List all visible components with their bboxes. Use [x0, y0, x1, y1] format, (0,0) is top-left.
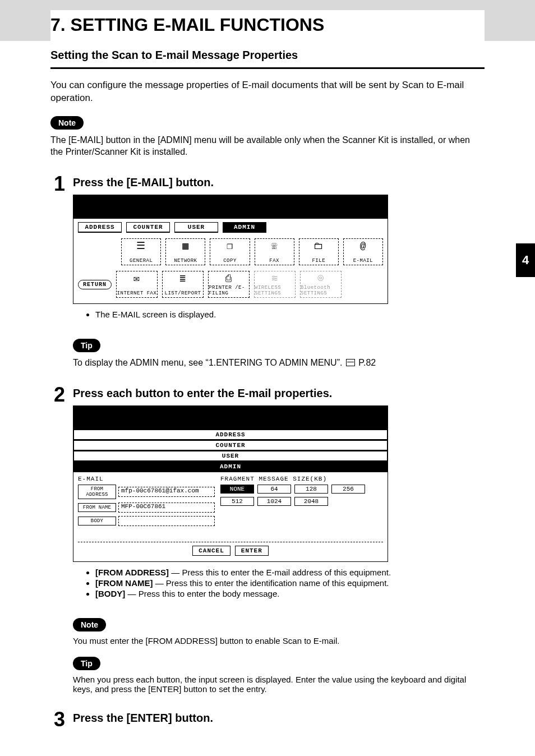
step-heading: Press the [E-MAIL] button. [73, 176, 485, 189]
admin-btn-printer-efiling[interactable]: ⎙PRINTER /E-FILING [208, 271, 250, 298]
section-title: Setting the Scan to E-mail Message Prope… [50, 49, 485, 62]
tab-address[interactable]: ADDRESS [78, 222, 122, 233]
admin-menu-screenshot: ADDRESS COUNTER USER ADMIN ☰GENERAL ▦NET… [73, 195, 388, 304]
admin-btn-wireless[interactable]: ≋WIRELESS SETTINGS [254, 271, 296, 298]
note-text: You must enter the [FROM ADDRESS] button… [73, 636, 485, 646]
fragment-size-title: FRAGMENT MESSAGE SIZE(KB) [220, 476, 383, 482]
step1-bullet: The E-MAIL screen is displayed. [95, 310, 485, 319]
from-address-button[interactable]: FROM ADDRESS [78, 485, 116, 499]
body-value [118, 516, 215, 526]
tip-label: Tip [73, 657, 100, 670]
bullet-from-name: [FROM NAME] — Press this to enter the id… [95, 578, 485, 588]
admin-btn-network[interactable]: ▦NETWORK [165, 238, 205, 265]
size-256[interactable]: 256 [331, 485, 365, 494]
return-button[interactable]: RETURN [78, 280, 112, 289]
step-heading: Press the [ENTER] button. [73, 712, 485, 725]
tab-counter[interactable]: COUNTER [73, 440, 388, 451]
size-1024[interactable]: 1024 [257, 497, 291, 506]
email-properties-screenshot: ADDRESS COUNTER USER ADMIN E-MAIL FROM A… [73, 405, 388, 562]
step-number: 1 [50, 174, 65, 369]
size-none[interactable]: NONE [220, 485, 254, 494]
note-text: The [E-MAIL] button in the [ADMIN] menu … [50, 134, 485, 158]
rule [50, 67, 485, 69]
tab-admin[interactable]: ADMIN [73, 462, 388, 472]
step-number: 3 [50, 709, 65, 730]
step-heading: Press each button to enter the E-mail pr… [73, 387, 485, 400]
admin-btn-general[interactable]: ☰GENERAL [121, 238, 161, 265]
from-address-value: mfp-00c67861@ifax.com [118, 487, 215, 497]
admin-btn-bluetooth[interactable]: ⌾Bluetooth SETTINGS [300, 271, 342, 298]
admin-btn-copy[interactable]: ❐COPY [210, 238, 250, 265]
chapter-side-tab: 4 [516, 243, 535, 277]
step-number: 2 [50, 385, 65, 694]
tab-user[interactable]: USER [174, 222, 218, 233]
admin-btn-file[interactable]: 🗀FILE [299, 238, 339, 265]
size-2048[interactable]: 2048 [294, 497, 328, 506]
admin-btn-email[interactable]: @E-MAIL [343, 238, 383, 265]
tab-counter[interactable]: COUNTER [126, 222, 170, 233]
note-label: Note [73, 618, 106, 631]
enter-button[interactable]: ENTER [235, 546, 269, 556]
size-512[interactable]: 512 [220, 497, 254, 506]
book-icon [346, 359, 355, 366]
size-64[interactable]: 64 [257, 485, 291, 494]
bullet-body: [BODY] — Press this to enter the body me… [95, 589, 485, 598]
cancel-button[interactable]: CANCEL [192, 546, 230, 556]
tab-admin[interactable]: ADMIN [223, 222, 266, 233]
intro-text: You can configure the message properties… [50, 79, 485, 105]
tab-user[interactable]: USER [73, 451, 388, 462]
tip-label: Tip [73, 339, 100, 352]
admin-btn-internet-fax[interactable]: ✉INTERNET FAX [116, 271, 158, 298]
chapter-title: 7. SETTING E-MAIL FUNCTIONS [50, 10, 485, 41]
tab-address[interactable]: ADDRESS [73, 430, 388, 440]
tip-text: When you press each button, the input sc… [73, 675, 485, 694]
note-label: Note [50, 116, 84, 130]
body-button[interactable]: BODY [78, 517, 116, 525]
tip-text: To display the ADMIN menu, see “1.ENTERI… [73, 357, 485, 369]
from-name-button[interactable]: FROM NAME [78, 503, 116, 512]
from-name-value: MFP-00C67861 [118, 503, 215, 513]
admin-btn-fax[interactable]: ☏FAX [255, 238, 294, 265]
size-128[interactable]: 128 [294, 485, 328, 494]
admin-btn-list-report[interactable]: ≣LIST/REPORT [162, 271, 204, 298]
email-title: E-MAIL [78, 476, 215, 482]
bullet-from-address: [FROM ADDRESS] — Press this to enter the… [95, 568, 485, 577]
